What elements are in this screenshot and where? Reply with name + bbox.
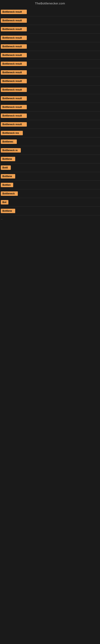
list-item: Bottleneck re xyxy=(0,146,100,154)
list-item: Bottleneck result xyxy=(0,77,100,85)
bottleneck-badge[interactable]: Bottleneck result xyxy=(1,114,27,118)
list-item: Bottleneck result xyxy=(0,120,100,128)
bottleneck-badge[interactable]: Bottleneck xyxy=(1,192,18,196)
ellipsis-indicator: ... xyxy=(0,215,100,222)
list-item: Bottleneck result xyxy=(0,25,100,34)
list-item: Bottlen xyxy=(0,181,100,189)
list-item: Bottleneck result xyxy=(0,68,100,77)
bottleneck-badge[interactable]: Bottleneck result xyxy=(1,96,27,100)
bottleneck-badge[interactable]: Bottleneck result xyxy=(1,27,27,32)
list-item: Bottlene xyxy=(0,155,100,163)
list-item: Bottleneck res xyxy=(0,129,100,137)
list-item: Bottlene xyxy=(0,172,100,180)
bottleneck-badge[interactable]: Bottlene xyxy=(1,209,15,213)
list-item: Bottleneck result xyxy=(0,94,100,103)
list-item: Bottleneck result xyxy=(0,51,100,59)
list-item: Bottleneck result xyxy=(0,16,100,25)
site-title: TheBottlenecker.com xyxy=(35,2,65,5)
bottleneck-badge[interactable]: Bottleneck result xyxy=(1,122,27,126)
site-header: TheBottlenecker.com xyxy=(0,0,100,8)
bottleneck-badge[interactable]: Bottleneck result xyxy=(1,88,27,92)
list-item: Bottl xyxy=(0,164,100,172)
list-item: Bottleneck xyxy=(0,190,100,198)
bottleneck-badge[interactable]: Bottleneck result xyxy=(1,36,27,40)
bottleneck-badge[interactable]: Bottleneck result xyxy=(1,79,27,83)
bottleneck-badge[interactable]: Bottleneck result xyxy=(1,10,27,14)
bottleneck-badge[interactable]: Bottleneck result xyxy=(1,62,27,66)
list-item: Bottleneck result xyxy=(0,34,100,42)
list-item: Bot xyxy=(0,198,100,206)
list-item: Bottlene xyxy=(0,207,100,215)
bottleneck-badge[interactable]: Bottleneck re xyxy=(1,148,21,152)
bottleneck-badge[interactable]: Bottleneck result xyxy=(1,70,27,75)
bottleneck-badge[interactable]: Bottlenec xyxy=(1,140,17,144)
bottleneck-badge[interactable]: Bottlene xyxy=(1,157,15,161)
bottleneck-badge[interactable]: Bot xyxy=(1,200,8,204)
bottleneck-badge[interactable]: Bottleneck result xyxy=(1,105,27,109)
bottleneck-badge[interactable]: Bottleneck result xyxy=(1,53,27,57)
bottleneck-badge[interactable]: Bottleneck res xyxy=(1,131,23,135)
bottleneck-badge[interactable]: Bottleneck result xyxy=(1,44,27,49)
list-item: Bottleneck result xyxy=(0,60,100,68)
list-item: Bottleneck result xyxy=(0,103,100,111)
bottleneck-badge[interactable]: Bottleneck result xyxy=(1,18,27,23)
bottleneck-badge[interactable]: Bottl xyxy=(1,166,11,170)
bottleneck-list: Bottleneck resultBottleneck resultBottle… xyxy=(0,8,100,222)
list-item: Bottleneck result xyxy=(0,8,100,16)
bottleneck-badge[interactable]: Bottlen xyxy=(1,183,13,187)
list-item: Bottlenec xyxy=(0,138,100,146)
list-item: Bottleneck result xyxy=(0,86,100,94)
list-item: Bottleneck result xyxy=(0,112,100,120)
bottleneck-badge[interactable]: Bottlene xyxy=(1,174,15,178)
list-item: Bottleneck result xyxy=(0,42,100,51)
